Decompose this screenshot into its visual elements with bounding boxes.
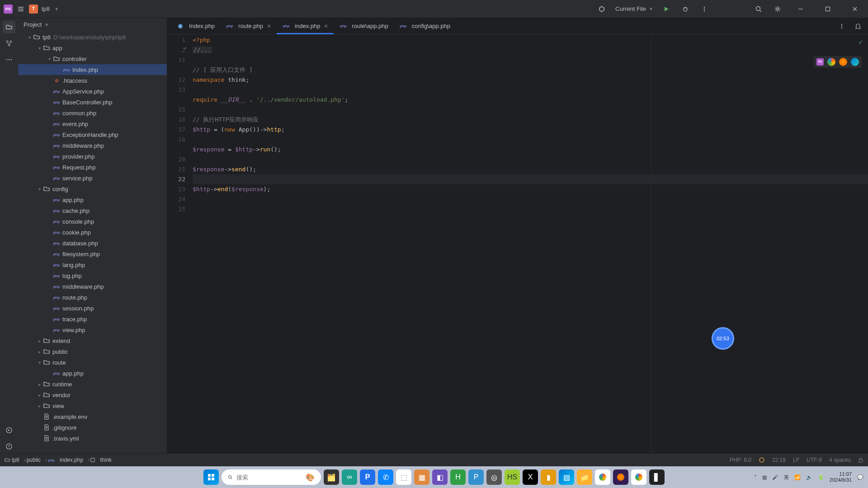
code-line[interactable]: $http->end($response); [193, 184, 868, 194]
taskbar-chrome2[interactable] [631, 469, 646, 485]
tree-row[interactable]: phpcommon.php [18, 108, 167, 118]
taskbar-app-2[interactable]: ∞ [342, 469, 357, 485]
tree-row[interactable]: ▾controller [18, 53, 167, 64]
tree-row[interactable]: ▸view [18, 400, 167, 411]
editor-tab[interactable]: CIndex.php [171, 18, 220, 34]
editor-tab[interactable]: phproute.php✕ [220, 18, 277, 34]
code-line[interactable]: $response->send(); [193, 164, 868, 174]
code-line[interactable]: $http = (new App())->http; [193, 125, 868, 135]
taskbar-terminal[interactable]: ▋ [649, 469, 665, 485]
system-tray[interactable]: ˄ ▧ 🎤 英 📶 🔊 🔋 11:07 2024/8/31 💬 [754, 471, 863, 483]
taskbar-app-6[interactable]: ▦ [414, 469, 429, 485]
status-indent[interactable]: 4 spaces [829, 457, 851, 463]
taskbar-app-13[interactable]: ▮ [541, 469, 556, 485]
taskbar-chrome[interactable] [595, 469, 610, 485]
taskbar-firefox[interactable] [613, 469, 628, 485]
taskbar-explorer[interactable]: 📁 [577, 469, 592, 485]
close-icon[interactable]: ✕ [267, 23, 271, 29]
taskbar-app-10[interactable]: ◎ [486, 469, 502, 485]
taskbar-app-14[interactable]: ▨ [559, 469, 574, 485]
inspection-ok-icon[interactable]: ✓ [859, 37, 863, 47]
taskbar-app-5[interactable]: ⬚ [396, 469, 411, 485]
tree-row[interactable]: ▸extend [18, 335, 167, 346]
tree-row[interactable]: phpconsole.php [18, 216, 167, 227]
code-line[interactable]: // [ 应用入口文件 ] [193, 65, 868, 75]
notifications-button[interactable] [853, 21, 863, 32]
tree-row[interactable]: ▸runtime [18, 379, 167, 389]
search-input[interactable] [236, 474, 302, 481]
code-line[interactable] [193, 155, 868, 164]
tree-row[interactable]: ▸vendor [18, 389, 167, 400]
navigation-breadcrumb[interactable]: tp8 › public › php index.php › think [5, 457, 115, 463]
tree-row[interactable]: ▾route [18, 357, 167, 368]
tree-row[interactable]: ▾config [18, 183, 167, 194]
editor-body[interactable]: 1211121315161718202122232425 ▸ <?php//..… [167, 34, 868, 457]
tree-row[interactable]: .travis.yml [18, 433, 167, 444]
taskbar-app-1[interactable]: 🗂️ [324, 469, 339, 485]
settings-button[interactable] [772, 4, 783, 14]
editor-tab[interactable]: phpindex.php✕ [277, 18, 334, 34]
tree-row[interactable]: .gitignore [18, 422, 167, 433]
chrome-icon[interactable] [827, 58, 835, 66]
tray-ime-icon[interactable]: 英 [784, 474, 789, 481]
taskbar-app-4[interactable]: ✆ [378, 469, 393, 485]
tabs-more-button[interactable] [836, 21, 847, 32]
tray-volume-icon[interactable]: 🔊 [806, 474, 812, 480]
project-panel-header[interactable]: Project▾ [18, 18, 167, 31]
tree-row[interactable]: ▾app [18, 42, 167, 53]
editor-tab[interactable]: phproute\app.php [334, 18, 393, 34]
fold-indicator[interactable]: ▸ [184, 45, 187, 50]
code-line[interactable] [193, 135, 868, 145]
tree-row[interactable]: phpprovider.php [18, 151, 167, 162]
status-separator[interactable]: LF [793, 457, 799, 463]
code-line[interactable]: // 执行HTTP应用并响应 [193, 115, 868, 125]
tray-notifications-icon[interactable]: 💬 [857, 474, 863, 480]
taskbar-app-11[interactable]: HS [505, 469, 520, 485]
code-line[interactable] [193, 105, 868, 115]
code-line[interactable]: namespace think; [193, 75, 868, 85]
tray-chevron-icon[interactable]: ˄ [754, 474, 757, 480]
tree-row[interactable]: phptrace.php [18, 314, 167, 324]
project-name[interactable]: tp8 [42, 5, 50, 12]
code-line[interactable]: <?php [193, 35, 868, 45]
taskbar-search[interactable]: 🎨 [222, 469, 321, 485]
problems-tool-button[interactable] [3, 440, 15, 453]
tree-row[interactable]: phpAppService.php [18, 86, 167, 97]
tree-row[interactable]: phplog.php [18, 270, 167, 281]
tree-row[interactable]: phpapp.php [18, 194, 167, 205]
tree-row[interactable]: ▸public [18, 346, 167, 357]
debug-bug-icon[interactable] [596, 4, 607, 14]
taskbar-app-12[interactable]: X [523, 469, 538, 485]
firefox-icon[interactable] [839, 58, 847, 66]
tree-row[interactable]: phpIndex.php [18, 64, 167, 75]
tray-security-icon[interactable]: ▧ [762, 474, 767, 480]
tray-mic-icon[interactable]: 🎤 [772, 474, 778, 480]
tree-row[interactable]: phproute.php [18, 292, 167, 303]
status-encoding[interactable]: UTF-8 [807, 457, 822, 463]
tree-row[interactable]: phpsession.php [18, 303, 167, 314]
structure-tool-button[interactable] [3, 37, 15, 50]
close-icon[interactable]: ✕ [324, 23, 328, 29]
tree-row[interactable]: phpevent.php [18, 118, 167, 129]
start-button[interactable] [203, 469, 219, 485]
tree-row[interactable]: phpfilesystem.php [18, 249, 167, 259]
status-php[interactable]: PHP: 8.0 [730, 457, 751, 463]
taskbar-app-9[interactable]: P [468, 469, 484, 485]
maximize-button[interactable] [818, 3, 837, 15]
phpstorm-icon[interactable]: PS [816, 58, 824, 66]
tree-row[interactable]: phpExceptionHandle.php [18, 129, 167, 140]
code-line[interactable]: require __DIR__ . '/../vendor/autoload.p… [193, 95, 868, 105]
tray-battery-icon[interactable]: 🔋 [818, 474, 824, 480]
status-position[interactable]: 22:19 [772, 457, 786, 463]
tray-wifi-icon[interactable]: 📶 [794, 474, 801, 480]
tree-row[interactable]: phpservice.php [18, 173, 167, 183]
tree-row[interactable]: .example.env [18, 411, 167, 422]
main-menu-button[interactable] [16, 5, 25, 14]
tree-row[interactable]: phpview.php [18, 324, 167, 335]
tree-row[interactable]: phpmiddleware.php [18, 140, 167, 151]
project-tree[interactable]: ▾ tp8 D:\workspace\study\php\tp8 ▾app▾co… [18, 31, 167, 469]
code-area[interactable]: <?php//...// [ 应用入口文件 ]namespace think;r… [190, 34, 868, 457]
code-line[interactable]: $response = $http->run(); [193, 145, 868, 155]
taskbar-app-3[interactable]: P [360, 469, 375, 485]
tray-clock[interactable]: 11:07 2024/8/31 [830, 471, 852, 483]
